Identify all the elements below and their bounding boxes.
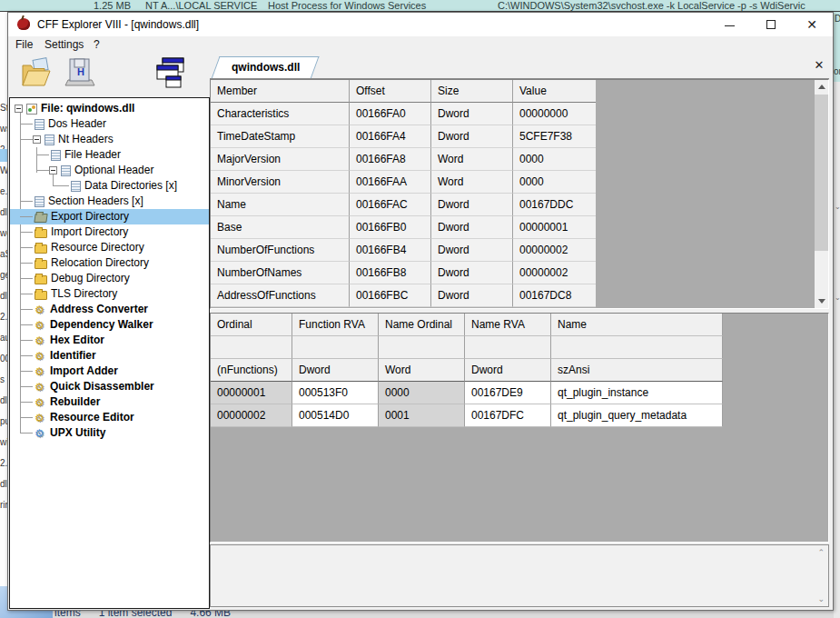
tree-item-relocation-directory[interactable]: Relocation Directory xyxy=(10,255,209,271)
table-row[interactable]: MinorVersion00166FAAWord0000 xyxy=(211,171,595,194)
table-row[interactable]: AddressOfFunctions00166FBCDword00167DC8 xyxy=(211,284,595,307)
header-icon xyxy=(61,165,71,176)
collapse-icon[interactable] xyxy=(15,105,23,113)
folder-icon xyxy=(35,291,47,300)
gear-icon: ⚙ xyxy=(35,304,46,316)
bg-cmdline: C:\WINDOWS\System32\svchost.exe -k Local… xyxy=(498,0,805,11)
collapse-icon[interactable] xyxy=(49,166,57,174)
tree-item-import-adder[interactable]: ⚙ Import Adder xyxy=(10,364,209,379)
bg-desc: Host Process for Windows Services xyxy=(268,0,426,11)
background-text-fragment: ge xyxy=(0,270,7,280)
minimize-icon xyxy=(725,25,735,26)
menu-settings[interactable]: Settings xyxy=(44,38,84,51)
column-header[interactable]: Name RVA xyxy=(465,314,551,336)
tree-item-data-directories[interactable]: Data Directories [x] xyxy=(10,178,209,194)
background-text-fragment: dll xyxy=(0,479,7,489)
tree-item-hex-editor[interactable]: ⚙ Hex Editor xyxy=(10,333,209,348)
tree-item-debug-directory[interactable]: Debug Directory xyxy=(10,271,209,286)
column-header[interactable]: Size xyxy=(431,80,513,103)
column-header[interactable]: Offset xyxy=(350,80,431,103)
title-bar: CFF Explorer VIII - [qwindows.dll] ✕ xyxy=(8,13,833,36)
menu-file[interactable]: File xyxy=(15,38,33,51)
background-text-fragment: 00 xyxy=(0,354,7,364)
tree-item-tls-directory[interactable]: TLS Directory xyxy=(10,286,209,302)
background-selected-row-fragment xyxy=(0,149,7,162)
gear-icon: ⚙ xyxy=(35,334,46,347)
table-row[interactable]: MajorVersion00166FA8Word0000 xyxy=(211,148,595,171)
tree-view: File: qwindows.dll Dos Header Nt Headers… xyxy=(9,97,210,609)
column-header[interactable]: Name xyxy=(551,314,723,336)
tree-item-export-directory[interactable]: Export Directory xyxy=(10,209,209,224)
table-header-row: Member Offset Size Value xyxy=(211,80,595,103)
background-text-fragment: 2. xyxy=(0,458,7,468)
tree-item-file-header[interactable]: File Header xyxy=(10,147,209,163)
export-directory-table-section: Member Offset Size Value Characteristics… xyxy=(210,79,829,309)
svg-text:H: H xyxy=(77,66,84,77)
tree-item-dependency-walker[interactable]: ⚙ Dependency Walker xyxy=(10,317,209,333)
tab-close-icon[interactable]: ✕ xyxy=(812,58,826,72)
header-icon xyxy=(71,181,81,192)
collapse-icon[interactable] xyxy=(33,135,41,144)
tree-item-import-directory[interactable]: Import Directory xyxy=(10,224,209,240)
gear-icon: ⚙ xyxy=(35,412,46,424)
tree-item-upx-utility[interactable]: ⚙ UPX Utility xyxy=(10,425,209,441)
table-row[interactable]: Name00166FACDword00167DDC xyxy=(211,194,595,216)
save-file-icon[interactable]: H xyxy=(64,56,95,95)
table-empty-row xyxy=(211,336,723,359)
table-row[interactable]: NumberOfNames00166FB8Dword00000002 xyxy=(211,262,595,284)
column-header[interactable]: Member xyxy=(211,80,350,103)
vertical-scrollbar[interactable] xyxy=(815,80,828,308)
table-row[interactable]: TimeDateStamp00166FA4Dword5CFE7F38 xyxy=(211,125,595,148)
gear-icon: ⚙ xyxy=(35,396,46,409)
tree-item-resource-directory[interactable]: Resource Directory xyxy=(10,240,209,255)
background-text-fragment: 2.d xyxy=(0,312,7,322)
background-text-fragment: dll xyxy=(0,207,7,217)
scroll-up-icon[interactable]: ⌃ xyxy=(817,548,825,557)
tab-qwindows-dll[interactable]: qwindows.dll xyxy=(215,56,315,79)
table-row[interactable]: Base00166FB0Dword00000001 xyxy=(211,216,595,239)
info-panel: ⌃ ⌄ xyxy=(210,544,829,607)
tree-item-rebuilder[interactable]: ⚙ Rebuilder xyxy=(10,394,209,410)
tree-item-section-headers[interactable]: Section Headers [x] xyxy=(10,194,209,209)
column-header[interactable]: Ordinal xyxy=(211,314,292,336)
tab-label: qwindows.dll xyxy=(232,61,300,74)
background-text-fragment: rin xyxy=(0,500,7,510)
scroll-down-icon[interactable] xyxy=(815,294,828,308)
scroll-up-icon[interactable] xyxy=(815,80,828,94)
column-header[interactable]: Value xyxy=(513,80,596,103)
gear-icon: ⚙ xyxy=(35,365,46,378)
open-file-icon[interactable] xyxy=(19,56,54,95)
column-header[interactable]: Function RVA xyxy=(292,314,379,336)
tree-item-dos-header[interactable]: Dos Header xyxy=(10,116,209,132)
scrollbar-thumb[interactable] xyxy=(815,95,828,251)
table-header-row: Ordinal Function RVA Name Ordinal Name R… xyxy=(211,314,723,336)
folder-icon xyxy=(35,229,47,238)
scroll-down-icon[interactable]: ⌄ xyxy=(817,594,825,603)
folder-icon xyxy=(35,260,47,269)
background-text-fragment: wir xyxy=(0,437,7,447)
close-button[interactable]: ✕ xyxy=(798,17,825,33)
folder-icon xyxy=(35,244,47,254)
menu-help[interactable]: ? xyxy=(94,38,100,51)
background-process-row: 1.25 MB NT A...\LOCAL SERVICE Host Proce… xyxy=(0,0,840,12)
exported-functions-table: Ordinal Function RVA Name Ordinal Name R… xyxy=(211,314,723,427)
table-row[interactable]: 00000002 000514D0 0001 00167DFC qt_plugi… xyxy=(211,404,723,427)
tree-item-quick-disassembler[interactable]: ⚙ Quick Disassembler xyxy=(10,379,209,394)
tree-item-address-converter[interactable]: ⚙ Address Converter xyxy=(10,302,209,317)
maximize-button[interactable] xyxy=(757,17,785,33)
tree-item-file-root[interactable]: File: qwindows.dll xyxy=(10,101,209,116)
gear-icon: ⚙ xyxy=(35,350,46,363)
background-text-fragment: aS xyxy=(0,249,7,259)
table-row[interactable]: NumberOfFunctions00166FB4Dword00000002 xyxy=(211,239,595,262)
tree-item-resource-editor[interactable]: ⚙ Resource Editor xyxy=(10,410,209,425)
cascade-windows-icon[interactable] xyxy=(153,56,186,95)
tree-item-identifier[interactable]: ⚙ Identifier xyxy=(10,348,209,364)
tree-item-optional-header[interactable]: Optional Header xyxy=(10,163,209,178)
tree-item-nt-headers[interactable]: Nt Headers xyxy=(10,132,209,147)
background-right-strip: ⌄⌄ xyxy=(834,82,840,618)
minimize-button[interactable] xyxy=(716,17,743,33)
column-header[interactable]: Name Ordinal xyxy=(379,314,465,336)
maximize-icon xyxy=(766,20,776,29)
table-row[interactable]: Characteristics00166FA0Dword00000000 xyxy=(211,103,595,125)
table-row[interactable]: 00000001 000513F0 0000 00167DE9 qt_plugi… xyxy=(211,382,723,404)
